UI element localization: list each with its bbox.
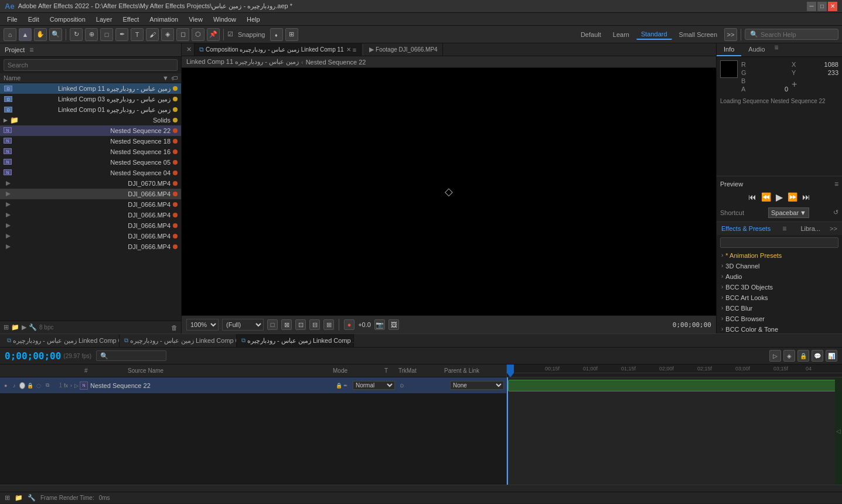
select-tool[interactable]: ▲ <box>19 28 32 41</box>
tl-tool-live[interactable]: ▷ <box>769 350 781 362</box>
brush-tool[interactable]: 🖌 <box>146 28 159 41</box>
list-item[interactable]: N Nested Sequence 22 <box>0 125 181 136</box>
color-correction-val[interactable]: +0.0 <box>358 318 371 331</box>
project-search-input[interactable] <box>4 59 178 71</box>
tag-icon[interactable]: 🏷 <box>171 74 178 81</box>
new-comp-btn[interactable]: ⊞ <box>4 323 9 331</box>
bottom-icon-1[interactable]: ⊞ <box>5 494 10 502</box>
menu-view[interactable]: View <box>184 15 207 24</box>
quality-select[interactable]: (Full)(Half)(Quarter) <box>222 319 264 331</box>
list-item[interactable]: DJI_0666.MP4 <box>0 189 181 199</box>
menu-edit[interactable]: Edit <box>23 15 44 24</box>
mode-select[interactable]: Normal <box>353 381 395 390</box>
parent-select[interactable]: None <box>450 381 504 390</box>
list-item[interactable]: DJI_0670.MP4 <box>0 178 181 189</box>
footage-btn[interactable]: ▶ <box>22 323 26 331</box>
list-item[interactable]: N Nested Sequence 18 <box>0 136 181 147</box>
workspace-learn[interactable]: Learn <box>608 30 634 39</box>
menu-effect[interactable]: Effect <box>118 15 144 24</box>
zoom-tool[interactable]: 🔍 <box>49 28 62 41</box>
new-folder-btn[interactable]: 📁 <box>11 323 19 331</box>
viewer-tab-close[interactable]: ✕ <box>184 43 195 56</box>
info-panel-menu[interactable]: ≡ <box>775 43 779 56</box>
proportional-grid[interactable]: ⊞ <box>285 28 298 41</box>
tab-audio[interactable]: Audio <box>741 43 772 56</box>
show-snapshot-btn[interactable]: 🖼 <box>388 319 399 330</box>
timeline-tab-comp01[interactable]: ⧉ زمین عباس - رودبارچیره Linked Comp 01 <box>2 335 120 347</box>
lock-btn[interactable]: 🔒 <box>27 382 33 390</box>
tab-menu[interactable]: ≡ <box>353 46 356 53</box>
bottom-icon-3[interactable]: 🔧 <box>28 494 36 502</box>
viewer-tab-comp[interactable]: ⧉ Composition زمین عباس - رودبارچیره Lin… <box>195 43 362 56</box>
layer-expand-btn[interactable]: › <box>70 383 72 389</box>
list-item[interactable]: › BCC Blur <box>717 303 842 314</box>
workspace-overflow[interactable]: >> <box>724 28 737 41</box>
list-item[interactable]: › BCC Color & Tone <box>717 324 842 334</box>
snapping-icon[interactable]: ⬧ <box>270 28 283 41</box>
expand-arrow[interactable]: ▶ <box>4 117 8 123</box>
list-item[interactable]: Ω زمین عباس - رودبارچیره Linked Comp 01 <box>0 104 181 115</box>
tab-effects-presets[interactable]: Effects & Presets <box>721 225 771 232</box>
menu-layer[interactable]: Layer <box>91 15 117 24</box>
breadcrumb-nested[interactable]: Nested Sequence 22 <box>306 59 366 66</box>
tl-tool-lock[interactable]: 🔒 <box>797 350 809 362</box>
clone-tool[interactable]: ◈ <box>161 28 174 41</box>
list-item[interactable]: DJI_0666.MP4 <box>0 241 181 252</box>
tl-tool-comment[interactable]: 💬 <box>812 350 823 362</box>
close-button[interactable]: ✕ <box>828 2 837 11</box>
eraser-tool[interactable]: ◻ <box>176 28 189 41</box>
minimize-button[interactable]: ─ <box>807 2 816 11</box>
list-item[interactable]: › BCC Art Looks <box>717 292 842 303</box>
timeline-tab-comp11[interactable]: ⧉ زمین عباس - رودبارچیره Linked Comp 11 … <box>237 334 354 347</box>
menu-window[interactable]: Window <box>209 15 241 24</box>
workspace-default[interactable]: Default <box>576 30 606 39</box>
hand-tool[interactable]: ✋ <box>34 28 47 41</box>
menu-file[interactable]: File <box>2 15 22 24</box>
list-item[interactable]: › 3D Channel <box>717 261 842 271</box>
skip-to-start-btn[interactable]: ⏮ <box>748 192 756 202</box>
tl-tool-draft[interactable]: ◈ <box>783 350 795 362</box>
visibility-btn[interactable]: ● <box>2 382 9 390</box>
preview-menu[interactable]: ≡ <box>834 180 838 188</box>
roi-btn[interactable]: ⊡ <box>295 319 306 330</box>
solo-btn[interactable] <box>19 382 25 389</box>
workspace-standard[interactable]: Standard <box>636 29 672 40</box>
timeline-search-input[interactable] <box>96 350 166 361</box>
list-item[interactable]: › BCC Browser <box>717 314 842 324</box>
rotate-tool[interactable]: ↻ <box>70 28 83 41</box>
shy-btn[interactable]: ◌ <box>36 382 42 390</box>
maximize-button[interactable]: □ <box>817 2 827 11</box>
breadcrumb-comp[interactable]: زمین عباس - رودبارچیره Linked Comp 11 <box>186 58 299 66</box>
puppet-pin[interactable]: 📌 <box>207 28 220 41</box>
fast-preview-btn[interactable]: □ <box>267 319 278 330</box>
tab-library[interactable]: Libra... <box>800 225 820 232</box>
skip-to-end-btn[interactable]: ⏭ <box>802 192 810 202</box>
list-item[interactable]: DJI_0666.MP4 <box>0 199 181 210</box>
timeline-scrollbar[interactable] <box>0 485 842 492</box>
resolution-btn[interactable]: ⊠ <box>281 319 292 330</box>
list-item[interactable]: N Nested Sequence 16 <box>0 147 181 157</box>
shape-tool[interactable]: □ <box>100 28 113 41</box>
list-item[interactable]: › BCC 3D Objects <box>717 282 842 292</box>
list-item[interactable]: › * Animation Presets <box>717 250 842 261</box>
effects-overflow[interactable]: >> <box>830 225 837 232</box>
menu-animation[interactable]: Animation <box>145 15 183 24</box>
list-item[interactable]: ▶ 📁 Solids <box>0 115 181 125</box>
list-item[interactable]: DJI_0666.MP4 <box>0 231 181 241</box>
pen-tool[interactable]: ✒ <box>115 28 128 41</box>
sort-icon[interactable]: ▼ <box>162 74 169 81</box>
list-item[interactable]: Ω زمین عباس - رودبارچیره Linked Comp 03 <box>0 94 181 104</box>
menu-composition[interactable]: Composition <box>45 15 90 24</box>
text-tool[interactable]: T <box>131 28 144 41</box>
viewer-tab-footage[interactable]: ▶ Footage DJI_0666.MP4 <box>364 43 443 56</box>
timeline-tracks[interactable]: ◁ <box>507 377 842 485</box>
collapse-btn[interactable]: ⧉ <box>44 382 50 390</box>
tl-tool-chart[interactable]: 📊 <box>826 350 837 362</box>
list-item[interactable]: N Nested Sequence 05 <box>0 157 181 168</box>
search-help-input[interactable] <box>761 31 831 38</box>
tab-info[interactable]: Info <box>717 43 741 56</box>
grid-btn[interactable]: ⊞ <box>323 319 334 330</box>
list-item[interactable]: › Audio <box>717 271 842 282</box>
zoom-select[interactable]: 100%50%200% <box>186 319 219 331</box>
transparency-btn[interactable]: ⊟ <box>309 319 320 330</box>
